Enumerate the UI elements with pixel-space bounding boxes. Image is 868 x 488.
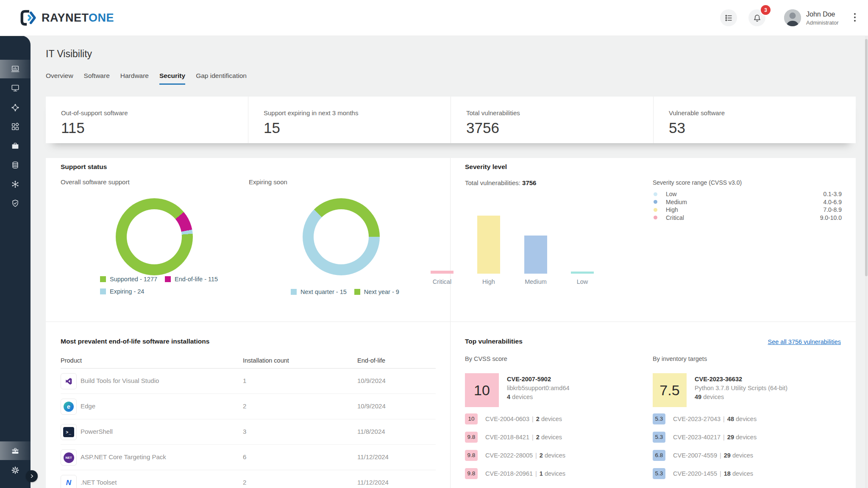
cve-id: CVE-2018-8421 [485, 434, 529, 441]
vuln-row-text: CVE-2004-0603|2 devices [485, 416, 562, 422]
device-count: 48 [727, 416, 734, 422]
expiring-soon-subtitle: Expiring soon [249, 178, 287, 186]
legend-swatch [291, 289, 297, 295]
vuln-row-cve-2007-4559[interactable]: 6.8CVE-2007-4559|29 devices [653, 446, 831, 464]
brand-logo[interactable]: RAYNETONE [19, 9, 114, 27]
featured-devices: 49 devices [695, 394, 724, 400]
sidebar-item-packages-box[interactable] [0, 136, 31, 155]
support-status-title: Support status [61, 163, 107, 171]
product-name: Build Tools for Visual Studio [81, 377, 159, 384]
end-of-life-date: 10/9/2024 [357, 402, 386, 410]
overall-support-subtitle: Overall software support [61, 178, 130, 186]
tab-software[interactable]: Software [84, 72, 110, 85]
vuln-row-text: CVE-2023-27043|48 devices [673, 416, 757, 422]
severity-range: 0.1-3.9 [823, 191, 842, 197]
vuln-row-text: CVE-2018-20961|1 devices [485, 470, 565, 477]
stat-value: 115 [61, 119, 248, 136]
sidebar-item-data-storage[interactable] [0, 156, 31, 175]
end-of-life-date: 11/12/2024 [357, 453, 389, 460]
table-row-build-tools-for-visual-studio[interactable]: Build Tools for Visual Studio110/9/2024 [61, 369, 436, 394]
toolbox-icon [11, 446, 20, 455]
data-storage-icon [11, 161, 20, 170]
vuln-row-cve-2023-27043[interactable]: 5.3CVE-2023-27043|48 devices [653, 410, 831, 428]
table-row-powershell[interactable]: >_PowerShell311/8/2024 [61, 419, 436, 445]
tab-security[interactable]: Security [159, 72, 185, 85]
tab-hardware[interactable]: Hardware [120, 72, 149, 85]
severity-bar-label: High [465, 278, 512, 285]
severity-legend-row-medium: Medium4.0-6.9 [653, 198, 842, 206]
severity-legend-row-high: High7.0-8.9 [653, 206, 842, 214]
legend-label: End-of-life - 115 [175, 276, 218, 283]
device-count: 2 [536, 416, 540, 422]
product-name: ASP.NET Core Targeting Pack [81, 453, 166, 460]
stat-label: Support expiring in next 3 months [264, 109, 451, 116]
vuln-row-text: CVE-2007-4559|29 devices [673, 452, 753, 459]
see-all-vulnerabilities-link[interactable]: See all 3756 vulnerabilities [768, 338, 841, 345]
dotnet-toolset-icon: N [66, 479, 71, 487]
severity-legend-row-low: Low0.1-3.9 [653, 190, 842, 198]
cvss-score-badge: 9.8 [465, 450, 478, 461]
sidebar-item-dashboard-laptop[interactable] [0, 60, 31, 78]
featured-cve-id[interactable]: CVE-2007-5902 [507, 376, 551, 383]
user-avatar[interactable] [784, 9, 801, 26]
applications-icon [11, 122, 20, 131]
legend-label: Expiring - 24 [110, 288, 144, 295]
edge-icon: e [64, 402, 74, 412]
stat-label: Total vulnerabilities [466, 109, 653, 116]
column-header-installation-count: Installation count [243, 357, 289, 364]
task-list-button[interactable] [720, 9, 737, 26]
vuln-row-cve-2023-40217[interactable]: 5.3CVE-2023-40217|29 devices [653, 428, 831, 446]
integrations-molecule-icon [11, 180, 20, 189]
sidebar-item-devices-monitor[interactable] [0, 79, 31, 97]
vuln-row-cve-2020-1455[interactable]: 5.3CVE-2020-1455|18 devices [653, 464, 831, 482]
more-options-button[interactable] [852, 13, 857, 22]
tab-gap-identification[interactable]: Gap identification [196, 72, 247, 85]
settings-gear-icon [11, 466, 20, 475]
featured-score-badge: 10 [465, 373, 499, 407]
sidebar-expand-button[interactable] [26, 470, 38, 482]
sidebar-item-security-shield[interactable] [0, 194, 31, 213]
expiring-soon-legend: Next quarter - 15Next year - 9 [291, 288, 443, 295]
legend-swatch [100, 276, 106, 282]
notification-count-badge: 3 [760, 4, 771, 16]
severity-bar-critical [431, 271, 453, 274]
aspnet-core-icon: NET [64, 452, 74, 463]
total-vulnerabilities-line: Total vulnerabilities: 3756 [465, 179, 536, 186]
device-count: 1 [540, 470, 543, 477]
legend-swatch [100, 288, 106, 294]
product-name: .NET Toolset [81, 479, 117, 486]
severity-name: Critical [666, 214, 684, 221]
network-hub-icon [11, 103, 20, 112]
overall-support-legend: Supported - 1277End-of-life - 115Expirin… [100, 276, 244, 295]
sidebar-item-network-hub[interactable] [0, 98, 31, 117]
legend-item-supported-1277: Supported - 1277 [100, 276, 157, 283]
table-row-asp-net-core-targeting-pack[interactable]: NETASP.NET Core Targeting Pack611/12/202… [61, 445, 436, 470]
scrollbar-thumb[interactable] [865, 39, 868, 276]
legend-label: Next year - 9 [364, 288, 399, 295]
vuln-row-cve-2018-20961[interactable]: 9.8CVE-2018-20961|1 devices [465, 464, 643, 482]
sidebar-item-integrations-molecule[interactable] [0, 175, 31, 194]
severity-range: 9.0-10.0 [820, 214, 842, 221]
severity-legend-title: Severity score range (CVSS v3.0) [653, 179, 842, 186]
table-row--net-toolset[interactable]: N.NET Toolset211/12/2024 [61, 470, 436, 488]
cvss-score-badge: 9.8 [465, 468, 478, 479]
vuln-row-text: CVE-2018-8421|2 devices [485, 434, 562, 441]
stat-value: 53 [669, 119, 856, 136]
stat-value: 3756 [466, 119, 653, 136]
vuln-row-cve-2022-28005[interactable]: 9.8CVE-2022-28005|2 devices [465, 446, 643, 464]
sidebar-item-toolbox[interactable] [0, 441, 31, 460]
tab-overview[interactable]: Overview [46, 72, 73, 85]
severity-name: High [666, 206, 678, 213]
vuln-row-cve-2018-8421[interactable]: 9.8CVE-2018-8421|2 devices [465, 428, 643, 446]
vuln-row-cve-2004-0603[interactable]: 10CVE-2004-0603|2 devices [465, 410, 643, 428]
table-row-edge[interactable]: eEdge210/9/2024 [61, 394, 436, 419]
featured-cve-id[interactable]: CVE-2023-36632 [695, 376, 742, 383]
eol-table-title: Most prevalent end-of-life software inst… [61, 338, 209, 345]
legend-item-end-of-life-115: End-of-life - 115 [165, 276, 218, 283]
stat-value: 15 [264, 119, 451, 136]
cve-id: CVE-2023-27043 [673, 416, 721, 422]
powershell-icon: >_ [63, 427, 74, 437]
visual-studio-icon [65, 377, 72, 385]
panels-area: Support status Overall software support … [46, 158, 856, 488]
sidebar-item-applications[interactable] [0, 117, 31, 136]
